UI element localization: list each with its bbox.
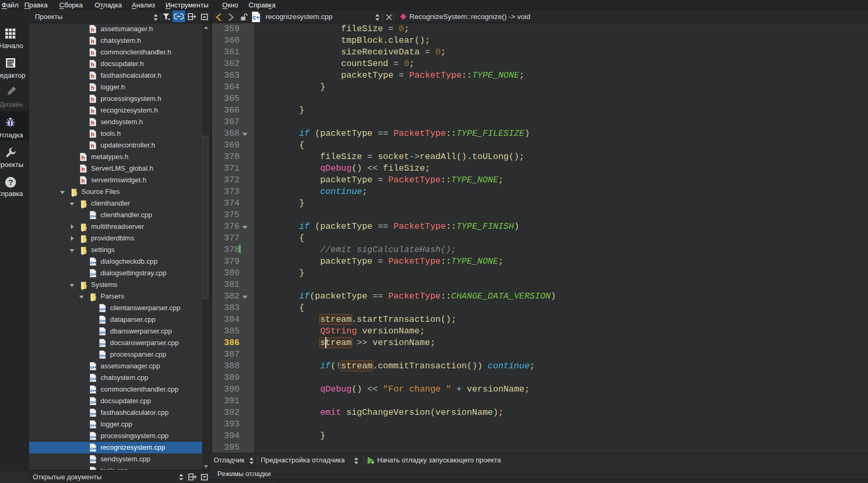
- svg-text:c: c: [90, 434, 93, 440]
- svg-text:h: h: [91, 38, 95, 44]
- svg-text:c: c: [99, 352, 102, 358]
- svg-text:c: c: [90, 376, 93, 382]
- svg-text:c: c: [90, 411, 93, 416]
- svg-text:c: c: [99, 341, 102, 347]
- svg-text:h: h: [91, 85, 95, 91]
- svg-text:h: h: [91, 108, 95, 114]
- svg-text:h: h: [91, 50, 95, 56]
- svg-text:c: c: [90, 399, 93, 405]
- svg-text:c: c: [90, 422, 93, 428]
- svg-text:c: c: [253, 14, 257, 21]
- svg-text:c: c: [90, 364, 93, 370]
- svg-text:h: h: [91, 73, 95, 79]
- svg-text:c: c: [90, 213, 93, 219]
- svg-text:c: c: [99, 318, 102, 323]
- svg-text:c: c: [90, 387, 93, 393]
- svg-text:c: c: [90, 445, 93, 451]
- svg-text:c: c: [99, 329, 102, 335]
- svg-text:h: h: [91, 61, 95, 68]
- svg-text:h: h: [91, 26, 95, 33]
- svg-text:h: h: [91, 143, 95, 149]
- svg-text:?: ?: [8, 178, 13, 187]
- svg-text:c: c: [90, 259, 93, 265]
- svg-text:c: c: [90, 271, 93, 277]
- svg-text:c: c: [90, 457, 93, 463]
- svg-text:h: h: [91, 119, 95, 126]
- svg-text:c: c: [99, 306, 102, 312]
- svg-text:h: h: [81, 178, 85, 184]
- svg-text:h: h: [91, 131, 95, 137]
- svg-text:h: h: [91, 96, 95, 103]
- svg-text:h: h: [81, 154, 85, 161]
- svg-text:h: h: [81, 166, 85, 172]
